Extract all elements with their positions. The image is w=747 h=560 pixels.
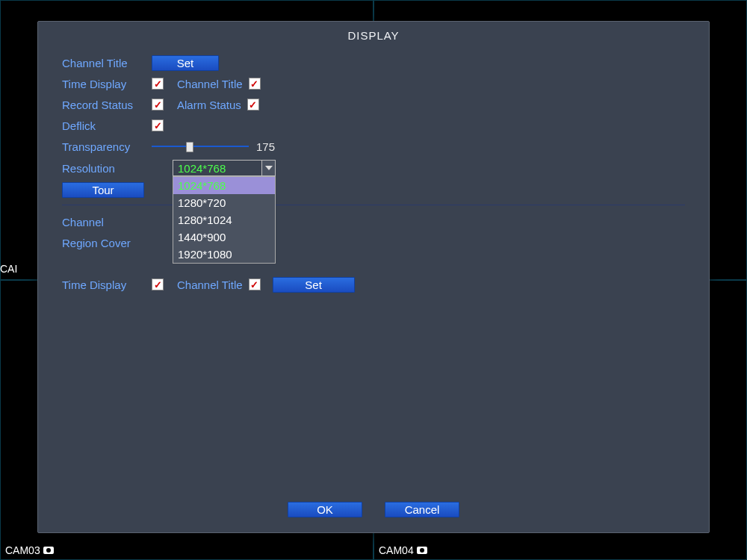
- cancel-button[interactable]: Cancel: [385, 502, 459, 517]
- tour-button[interactable]: Tour: [62, 182, 144, 198]
- cam-side-label-left: CAI: [0, 263, 17, 275]
- resolution-option-1[interactable]: 1280*720: [173, 194, 275, 211]
- cam04-label: CAM04: [379, 544, 427, 556]
- channel-title2-label: Channel Title: [177, 279, 243, 291]
- transparency-value: 175: [256, 140, 275, 153]
- display-dialog: DISPLAY Channel Title Set Time Display C…: [37, 21, 710, 533]
- resolution-dropdown-list: 1024*768 1280*720 1280*1024 1440*900 192…: [173, 176, 276, 264]
- set-button-1[interactable]: Set: [152, 55, 219, 71]
- resolution-option-2[interactable]: 1280*1024: [173, 211, 275, 228]
- resolution-label: Resolution: [62, 162, 173, 175]
- dialog-footer: OK Cancel: [38, 502, 709, 517]
- set-button-2[interactable]: Set: [273, 277, 355, 293]
- time-display-checkbox[interactable]: [152, 78, 164, 90]
- resolution-option-0[interactable]: 1024*768: [173, 177, 275, 194]
- time-display2-label: Time Display: [62, 279, 152, 291]
- svg-marker-0: [265, 166, 273, 170]
- section-divider: [62, 205, 685, 205]
- time-display2-checkbox[interactable]: [152, 279, 164, 290]
- channel-title-cb-label: Channel Title: [177, 78, 243, 90]
- deflick-label: Deflick: [62, 119, 152, 132]
- region-cover-label: Region Cover: [62, 237, 152, 249]
- cam03-label: CAM03: [5, 544, 54, 556]
- resolution-combo[interactable]: 1024*768: [173, 160, 276, 176]
- resolution-option-3[interactable]: 1440*900: [173, 228, 275, 246]
- resolution-selected: 1024*768: [173, 161, 261, 175]
- ok-button[interactable]: OK: [288, 502, 362, 517]
- transparency-label: Transparency: [62, 140, 152, 153]
- resolution-dropdown-button[interactable]: [261, 161, 275, 175]
- alarm-status-checkbox[interactable]: [247, 99, 259, 111]
- deflick-checkbox[interactable]: [152, 119, 164, 131]
- channel-label: Channel: [62, 216, 152, 228]
- transparency-slider-wrap: 175: [152, 140, 275, 153]
- camera-icon: [417, 547, 427, 554]
- chevron-down-icon: [265, 166, 273, 170]
- transparency-slider[interactable]: [152, 140, 249, 152]
- slider-thumb[interactable]: [186, 142, 193, 152]
- dialog-title: DISPLAY: [38, 22, 709, 46]
- channel-title-label: Channel Title: [62, 57, 152, 69]
- cam04-text: CAM04: [379, 544, 414, 556]
- alarm-status-label: Alarm Status: [177, 99, 241, 111]
- dialog-body: Channel Title Set Time Display Channel T…: [38, 46, 709, 295]
- cam03-text: CAM03: [5, 544, 40, 556]
- record-status-label: Record Status: [62, 99, 152, 111]
- channel-title-checkbox[interactable]: [249, 78, 261, 90]
- resolution-combo-wrap: 1024*768 1024*768 1280*720 1280*1024 144…: [173, 160, 276, 176]
- resolution-option-4[interactable]: 1920*1080: [173, 246, 275, 263]
- channel-title2-checkbox[interactable]: [249, 279, 261, 290]
- camera-icon: [43, 547, 54, 554]
- record-status-checkbox[interactable]: [152, 99, 164, 111]
- time-display-label: Time Display: [62, 78, 152, 90]
